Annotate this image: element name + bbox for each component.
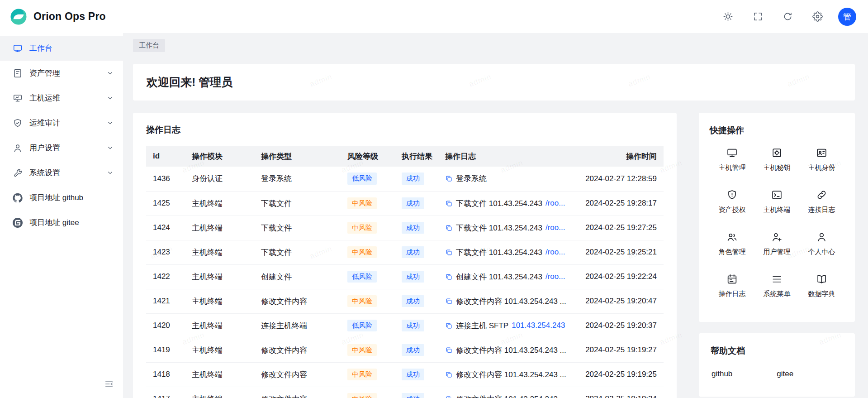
table-row: 1425主机终端下载文件中风险成功下载文件 101.43.254.243/roo…: [146, 191, 664, 216]
cell-module: 主机终端: [185, 313, 254, 338]
quick-action-label: 连接日志: [808, 206, 835, 214]
result-badge: 成功: [402, 173, 424, 185]
quick-action-profile[interactable]: 个人中心: [799, 231, 844, 256]
column-header: 操作时间: [573, 146, 664, 167]
cell-module: 主机终端: [185, 362, 254, 387]
cell-log: 修改文件内容 101.43.254.243 ...: [438, 338, 573, 362]
log-panel-title: 操作日志: [146, 124, 664, 136]
quick-action-role-manage[interactable]: 角色管理: [710, 231, 754, 256]
sidebar-item-system-settings[interactable]: 系统设置: [0, 160, 123, 185]
quick-action-host-key[interactable]: 主机秘钥: [754, 147, 799, 172]
cell-result: 成功: [395, 338, 438, 362]
quick-action-asset-grant[interactable]: 资产授权: [710, 189, 754, 214]
sidebar-item-host-ops[interactable]: 主机运维: [0, 86, 123, 110]
welcome-card: 欢迎回来! 管理员: [133, 64, 855, 101]
sidebar-collapse-icon[interactable]: [104, 379, 114, 389]
help-link-github[interactable]: github: [711, 369, 732, 379]
table-row: 1420主机终端连接主机终端低风险成功连接主机 SFTP101.43.254.2…: [146, 313, 664, 338]
log-link[interactable]: /roo...: [545, 248, 565, 257]
copy-icon[interactable]: [445, 249, 453, 256]
sidebar-item-label: 用户设置: [29, 143, 100, 153]
result-badge: 成功: [402, 222, 424, 234]
user-avatar[interactable]: 管: [838, 8, 856, 26]
quick-action-host-identity[interactable]: 主机身份: [799, 147, 844, 172]
table-row: 1422主机终端创建文件低风险成功创建文件 101.43.254.243/roo…: [146, 264, 664, 289]
table-row: 1419主机终端修改文件内容中风险成功修改文件内容 101.43.254.243…: [146, 338, 664, 362]
cell-id: 1420: [146, 313, 185, 338]
help-docs-panel: 帮助文档 githubgitee: [699, 333, 855, 397]
copy-icon[interactable]: [445, 371, 453, 379]
cell-type: 下载文件: [254, 240, 341, 264]
log-link[interactable]: /roo...: [545, 272, 565, 281]
cell-module: 主机终端: [185, 387, 254, 398]
breadcrumb-item-workbench[interactable]: 工作台: [133, 39, 165, 52]
cell-result: 成功: [395, 264, 438, 289]
sidebar-item-label: 资产管理: [29, 68, 100, 78]
workbench-icon: [13, 43, 23, 53]
sidebar-item-label: 主机运维: [29, 93, 100, 103]
quick-action-host-manage[interactable]: 主机管理: [710, 147, 754, 172]
quick-action-op-log[interactable]: 操作日志: [710, 273, 754, 298]
role-manage-icon: [726, 231, 738, 243]
table-row: 1423主机终端下载文件中风险成功下载文件 101.43.254.243/roo…: [146, 240, 664, 264]
quick-action-label: 资产授权: [719, 206, 746, 214]
log-text: 创建文件 101.43.254.243: [456, 272, 542, 282]
cell-log: 修改文件内容 101.43.254.243 ...: [438, 387, 573, 398]
breadcrumb: 工作台: [133, 38, 855, 53]
copy-icon[interactable]: [445, 273, 453, 281]
result-badge: 成功: [402, 271, 424, 283]
copy-icon[interactable]: [445, 322, 453, 330]
quick-action-label: 操作日志: [719, 290, 746, 298]
table-row: 1417主机终端修改文件内容中风险成功修改文件内容 101.43.254.243…: [146, 387, 664, 398]
cell-id: 1422: [146, 264, 185, 289]
refresh-icon[interactable]: [778, 8, 797, 26]
cell-module: 主机终端: [185, 191, 254, 216]
quick-action-label: 系统菜单: [764, 290, 791, 298]
sidebar-item-user-settings[interactable]: 用户设置: [0, 135, 123, 160]
sidebar-item-audit[interactable]: 运维审计: [0, 110, 123, 135]
quick-actions-title: 快捷操作: [710, 125, 844, 136]
quick-action-data-dict[interactable]: 数据字典: [799, 273, 844, 298]
result-badge: 成功: [402, 246, 424, 259]
quick-action-user-manage[interactable]: 用户管理: [754, 231, 799, 256]
log-link[interactable]: /roo...: [545, 223, 565, 232]
quick-action-sys-menu[interactable]: 系统菜单: [754, 273, 799, 298]
cell-module: 主机终端: [185, 338, 254, 362]
log-link[interactable]: /roo...: [545, 199, 565, 208]
help-link-gitee[interactable]: gitee: [777, 369, 793, 379]
cell-type: 登录系统: [254, 167, 341, 191]
top-header: Orion Ops Pro 管: [0, 0, 868, 33]
cell-risk: 低风险: [341, 167, 395, 191]
copy-icon[interactable]: [445, 200, 453, 207]
risk-badge: 中风险: [347, 295, 377, 307]
sidebar-item-github[interactable]: 项目地址 github: [0, 185, 123, 210]
copy-icon[interactable]: [445, 224, 453, 232]
column-header: id: [146, 146, 185, 167]
cell-id: 1424: [146, 216, 185, 240]
gear-icon[interactable]: [808, 8, 826, 26]
cell-id: 1419: [146, 338, 185, 362]
sun-icon[interactable]: [719, 8, 737, 26]
cell-risk: 中风险: [341, 216, 395, 240]
sidebar-item-assets[interactable]: 资产管理: [0, 61, 123, 86]
quick-action-connect-log[interactable]: 连接日志: [799, 189, 844, 214]
risk-badge: 中风险: [347, 369, 377, 381]
cell-log: 连接主机 SFTP101.43.254.243: [438, 313, 573, 338]
risk-badge: 中风险: [347, 393, 377, 398]
quick-action-label: 主机终端: [764, 206, 791, 214]
cell-log: 修改文件内容 101.43.254.243 ...: [438, 289, 573, 313]
sidebar-item-workbench[interactable]: 工作台: [0, 36, 123, 61]
fullscreen-icon[interactable]: [749, 8, 767, 26]
cell-time: 2024-02-25 19:25:21: [573, 240, 664, 264]
copy-icon[interactable]: [445, 346, 453, 354]
copy-icon[interactable]: [445, 395, 453, 398]
table-row: 1421主机终端修改文件内容中风险成功修改文件内容 101.43.254.243…: [146, 289, 664, 313]
connect-log-icon: [816, 189, 827, 201]
quick-action-host-terminal[interactable]: 主机终端: [754, 189, 799, 214]
cell-time: 2024-02-25 19:27:25: [573, 216, 664, 240]
copy-icon[interactable]: [445, 297, 453, 305]
copy-icon[interactable]: [445, 175, 453, 182]
risk-badge: 中风险: [347, 197, 377, 210]
log-link[interactable]: 101.43.254.243: [512, 321, 565, 330]
sidebar-item-gitee[interactable]: 项目地址 gitee: [0, 210, 123, 235]
